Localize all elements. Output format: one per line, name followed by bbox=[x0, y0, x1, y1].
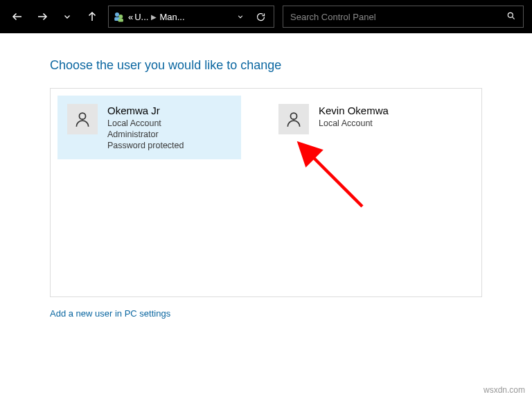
user-info: Kevin Okemwa Local Account bbox=[319, 104, 389, 134]
refresh-button[interactable] bbox=[251, 5, 269, 28]
recent-locations-button[interactable] bbox=[55, 5, 79, 28]
user-accounts-icon bbox=[113, 10, 125, 23]
user-name: Kevin Okemwa bbox=[319, 104, 389, 118]
content-area: Choose the user you would like to change… bbox=[0, 33, 532, 319]
svg-point-7 bbox=[508, 12, 513, 17]
user-name: Okemwa Jr bbox=[107, 104, 184, 118]
up-button[interactable] bbox=[80, 5, 104, 28]
address-dropdown-button[interactable] bbox=[232, 5, 249, 28]
search-box[interactable] bbox=[283, 6, 524, 28]
user-card[interactable]: Okemwa Jr Local Account Administrator Pa… bbox=[57, 96, 241, 159]
breadcrumb-seg-2[interactable]: Man... bbox=[159, 12, 184, 22]
address-bar[interactable]: « U... ▶ Man... bbox=[108, 6, 274, 28]
svg-rect-6 bbox=[118, 19, 124, 22]
arrow-left-icon bbox=[11, 10, 24, 23]
avatar bbox=[67, 104, 98, 134]
svg-point-10 bbox=[290, 113, 296, 119]
breadcrumb: « U... ▶ Man... bbox=[128, 12, 185, 22]
person-icon bbox=[73, 110, 91, 128]
search-icon[interactable] bbox=[506, 11, 516, 23]
users-panel: Okemwa Jr Local Account Administrator Pa… bbox=[50, 88, 482, 297]
add-user-link[interactable]: Add a new user in PC settings bbox=[50, 308, 170, 319]
annotation-arrow-icon bbox=[293, 137, 369, 213]
watermark: wsxdn.com bbox=[484, 385, 525, 395]
breadcrumb-chevrons: « bbox=[128, 12, 133, 22]
forward-button[interactable] bbox=[30, 5, 54, 28]
user-card[interactable]: Kevin Okemwa Local Account bbox=[269, 96, 452, 143]
svg-point-9 bbox=[79, 113, 85, 119]
chevron-down-icon bbox=[237, 13, 244, 20]
navbar: « U... ▶ Man... bbox=[0, 0, 532, 33]
arrow-right-icon bbox=[36, 10, 48, 23]
arrow-up-icon bbox=[86, 10, 98, 23]
breadcrumb-sep-icon: ▶ bbox=[151, 13, 157, 21]
search-input[interactable] bbox=[290, 12, 506, 22]
page-title: Choose the user you would like to change bbox=[50, 58, 482, 73]
person-icon bbox=[285, 110, 303, 128]
user-password-status: Password protected bbox=[107, 140, 184, 151]
svg-line-8 bbox=[512, 17, 514, 19]
back-button[interactable] bbox=[6, 5, 29, 28]
svg-point-3 bbox=[115, 12, 119, 17]
user-role: Administrator bbox=[107, 129, 184, 140]
breadcrumb-seg-1[interactable]: U... bbox=[134, 12, 148, 22]
user-account-type: Local Account bbox=[319, 118, 389, 129]
refresh-icon bbox=[256, 12, 266, 22]
user-info: Okemwa Jr Local Account Administrator Pa… bbox=[107, 104, 184, 151]
chevron-down-icon bbox=[63, 12, 71, 21]
user-account-type: Local Account bbox=[107, 118, 184, 129]
avatar bbox=[278, 104, 309, 134]
svg-line-12 bbox=[301, 145, 362, 206]
